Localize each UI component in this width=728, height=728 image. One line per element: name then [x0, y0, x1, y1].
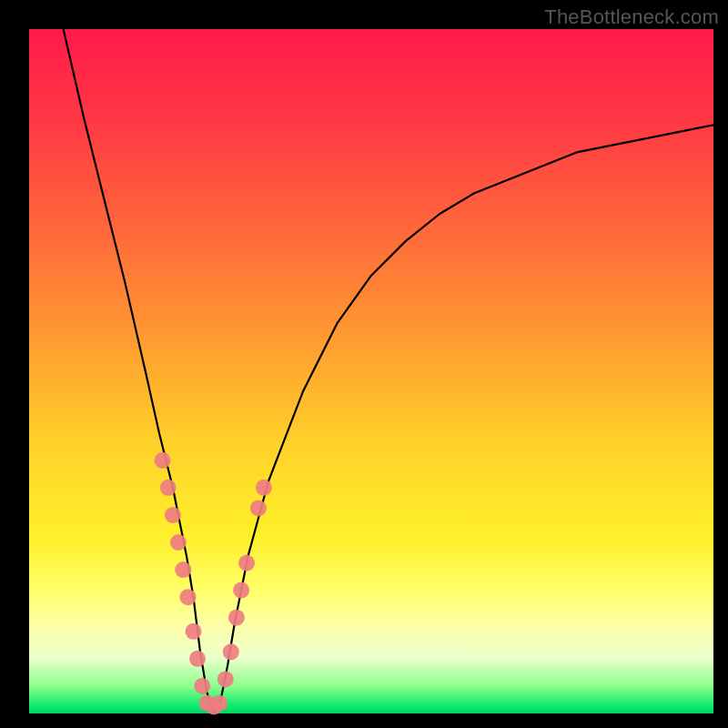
data-point: [228, 610, 245, 626]
watermark-text: TheBottleneck.com: [544, 5, 719, 29]
data-point: [155, 452, 171, 469]
data-point: [160, 480, 177, 496]
bottleneck-curve: [64, 29, 713, 713]
data-point: [175, 561, 191, 578]
chart-svg: [29, 29, 713, 713]
curve-layer: [64, 29, 713, 713]
data-point: [233, 582, 249, 599]
data-point: [189, 651, 206, 667]
data-point: [170, 534, 187, 551]
plot-area: [29, 29, 713, 713]
data-point: [165, 507, 181, 523]
data-point: [250, 500, 267, 516]
data-point: [186, 623, 202, 640]
chart-frame: TheBottleneck.com: [0, 0, 728, 728]
data-point: [180, 589, 197, 605]
marker-layer: [155, 452, 272, 715]
data-point: [223, 643, 239, 660]
data-point: [238, 555, 255, 571]
data-point: [211, 695, 228, 712]
data-point: [194, 678, 210, 694]
data-point: [256, 480, 272, 496]
data-point: [217, 671, 234, 687]
